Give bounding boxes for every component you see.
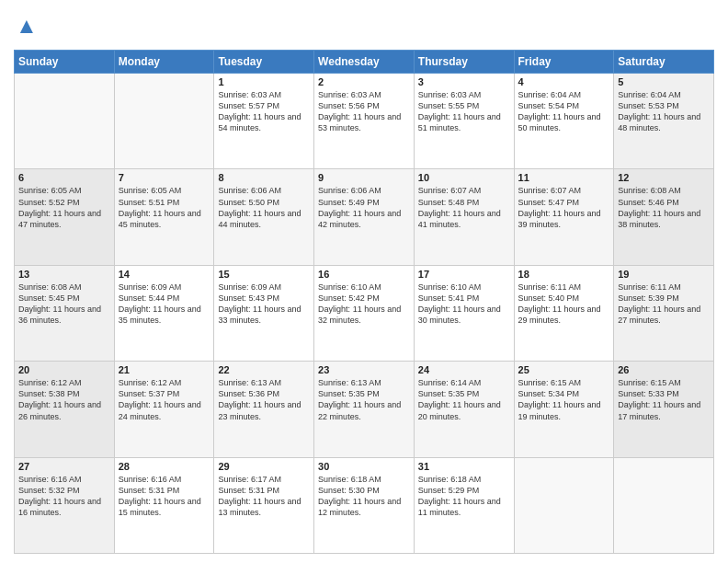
day-header-saturday: Saturday (614, 51, 714, 74)
calendar-cell (514, 457, 614, 553)
day-info: Sunrise: 6:10 AM Sunset: 5:41 PM Dayligh… (418, 282, 510, 327)
calendar-cell: 14Sunrise: 6:09 AM Sunset: 5:44 PM Dayli… (114, 265, 214, 361)
day-info: Sunrise: 6:11 AM Sunset: 5:40 PM Dayligh… (518, 282, 610, 327)
logo-icon: ▲ (14, 9, 47, 42)
calendar-cell: 13Sunrise: 6:08 AM Sunset: 5:45 PM Dayli… (15, 265, 115, 361)
day-number: 15 (218, 269, 310, 280)
calendar-week-5: 27Sunrise: 6:16 AM Sunset: 5:32 PM Dayli… (15, 457, 714, 553)
day-header-friday: Friday (514, 51, 614, 74)
day-number: 7 (119, 172, 210, 183)
calendar-cell (15, 74, 115, 169)
calendar-cell: 3Sunrise: 6:03 AM Sunset: 5:55 PM Daylig… (414, 74, 514, 169)
calendar-cell: 20Sunrise: 6:12 AM Sunset: 5:38 PM Dayli… (15, 362, 115, 457)
svg-text:▲: ▲ (16, 13, 38, 38)
day-info: Sunrise: 6:04 AM Sunset: 5:53 PM Dayligh… (618, 89, 710, 134)
day-info: Sunrise: 6:18 AM Sunset: 5:30 PM Dayligh… (318, 474, 410, 519)
calendar-cell: 16Sunrise: 6:10 AM Sunset: 5:42 PM Dayli… (314, 265, 415, 361)
day-number: 23 (318, 364, 410, 375)
calendar-cell: 27Sunrise: 6:16 AM Sunset: 5:32 PM Dayli… (15, 457, 115, 553)
calendar-cell: 22Sunrise: 6:13 AM Sunset: 5:36 PM Dayli… (214, 362, 314, 457)
calendar-cell: 8Sunrise: 6:06 AM Sunset: 5:50 PM Daylig… (214, 169, 314, 265)
calendar-cell: 31Sunrise: 6:18 AM Sunset: 5:29 PM Dayli… (414, 457, 514, 553)
page: ▲ SundayMondayTuesdayWednesdayThursdayFr… (0, 0, 728, 563)
calendar-cell: 19Sunrise: 6:11 AM Sunset: 5:39 PM Dayli… (614, 265, 714, 361)
day-info: Sunrise: 6:09 AM Sunset: 5:44 PM Dayligh… (119, 282, 210, 327)
day-info: Sunrise: 6:07 AM Sunset: 5:48 PM Dayligh… (418, 185, 510, 230)
calendar-cell (614, 457, 714, 553)
header: ▲ (14, 9, 714, 42)
calendar-cell: 26Sunrise: 6:15 AM Sunset: 5:33 PM Dayli… (614, 362, 714, 457)
calendar-week-1: 1Sunrise: 6:03 AM Sunset: 5:57 PM Daylig… (15, 74, 714, 169)
day-header-monday: Monday (114, 51, 214, 74)
calendar-cell: 7Sunrise: 6:05 AM Sunset: 5:51 PM Daylig… (114, 169, 214, 265)
day-info: Sunrise: 6:10 AM Sunset: 5:42 PM Dayligh… (318, 282, 410, 327)
day-info: Sunrise: 6:17 AM Sunset: 5:31 PM Dayligh… (218, 474, 310, 519)
day-header-tuesday: Tuesday (214, 51, 314, 74)
day-info: Sunrise: 6:15 AM Sunset: 5:33 PM Dayligh… (618, 377, 710, 422)
day-number: 20 (18, 364, 110, 375)
day-info: Sunrise: 6:15 AM Sunset: 5:34 PM Dayligh… (518, 377, 610, 422)
day-number: 4 (518, 76, 610, 87)
day-info: Sunrise: 6:06 AM Sunset: 5:49 PM Dayligh… (318, 185, 410, 230)
day-number: 16 (318, 269, 410, 280)
day-info: Sunrise: 6:13 AM Sunset: 5:36 PM Dayligh… (218, 377, 310, 422)
day-info: Sunrise: 6:04 AM Sunset: 5:54 PM Dayligh… (518, 89, 610, 134)
calendar-cell: 5Sunrise: 6:04 AM Sunset: 5:53 PM Daylig… (614, 74, 714, 169)
day-number: 3 (418, 76, 510, 87)
day-number: 31 (418, 461, 510, 472)
day-number: 5 (618, 76, 710, 87)
day-number: 28 (119, 461, 210, 472)
day-info: Sunrise: 6:08 AM Sunset: 5:46 PM Dayligh… (618, 185, 710, 230)
day-number: 26 (618, 364, 710, 375)
day-info: Sunrise: 6:13 AM Sunset: 5:35 PM Dayligh… (318, 377, 410, 422)
day-info: Sunrise: 6:18 AM Sunset: 5:29 PM Dayligh… (418, 474, 510, 519)
calendar-cell: 28Sunrise: 6:16 AM Sunset: 5:31 PM Dayli… (114, 457, 214, 553)
calendar-week-3: 13Sunrise: 6:08 AM Sunset: 5:45 PM Dayli… (15, 265, 714, 361)
day-info: Sunrise: 6:05 AM Sunset: 5:51 PM Dayligh… (119, 185, 210, 230)
day-info: Sunrise: 6:14 AM Sunset: 5:35 PM Dayligh… (418, 377, 510, 422)
calendar-cell: 18Sunrise: 6:11 AM Sunset: 5:40 PM Dayli… (514, 265, 614, 361)
day-number: 12 (618, 172, 710, 183)
calendar-header-row: SundayMondayTuesdayWednesdayThursdayFrid… (15, 51, 714, 74)
logo: ▲ (14, 9, 51, 42)
day-info: Sunrise: 6:09 AM Sunset: 5:43 PM Dayligh… (218, 282, 310, 327)
day-number: 10 (418, 172, 510, 183)
day-number: 25 (518, 364, 610, 375)
day-info: Sunrise: 6:03 AM Sunset: 5:55 PM Dayligh… (418, 89, 510, 134)
day-number: 9 (318, 172, 410, 183)
day-number: 24 (418, 364, 510, 375)
day-header-sunday: Sunday (15, 51, 115, 74)
calendar-cell: 6Sunrise: 6:05 AM Sunset: 5:52 PM Daylig… (15, 169, 115, 265)
day-number: 29 (218, 461, 310, 472)
day-number: 17 (418, 269, 510, 280)
day-info: Sunrise: 6:06 AM Sunset: 5:50 PM Dayligh… (218, 185, 310, 230)
calendar-cell: 25Sunrise: 6:15 AM Sunset: 5:34 PM Dayli… (514, 362, 614, 457)
calendar-cell: 30Sunrise: 6:18 AM Sunset: 5:30 PM Dayli… (314, 457, 415, 553)
calendar-cell: 2Sunrise: 6:03 AM Sunset: 5:56 PM Daylig… (314, 74, 415, 169)
calendar-cell: 15Sunrise: 6:09 AM Sunset: 5:43 PM Dayli… (214, 265, 314, 361)
calendar-cell: 23Sunrise: 6:13 AM Sunset: 5:35 PM Dayli… (314, 362, 415, 457)
calendar-cell: 11Sunrise: 6:07 AM Sunset: 5:47 PM Dayli… (514, 169, 614, 265)
day-number: 19 (618, 269, 710, 280)
day-number: 11 (518, 172, 610, 183)
calendar-cell: 10Sunrise: 6:07 AM Sunset: 5:48 PM Dayli… (414, 169, 514, 265)
calendar-cell: 17Sunrise: 6:10 AM Sunset: 5:41 PM Dayli… (414, 265, 514, 361)
calendar-cell: 9Sunrise: 6:06 AM Sunset: 5:49 PM Daylig… (314, 169, 415, 265)
day-info: Sunrise: 6:03 AM Sunset: 5:57 PM Dayligh… (218, 89, 310, 134)
day-info: Sunrise: 6:08 AM Sunset: 5:45 PM Dayligh… (18, 282, 110, 327)
day-info: Sunrise: 6:05 AM Sunset: 5:52 PM Dayligh… (18, 185, 110, 230)
day-info: Sunrise: 6:11 AM Sunset: 5:39 PM Dayligh… (618, 282, 710, 327)
day-number: 1 (218, 76, 310, 87)
day-info: Sunrise: 6:16 AM Sunset: 5:32 PM Dayligh… (18, 474, 110, 519)
day-number: 2 (318, 76, 410, 87)
day-number: 21 (119, 364, 210, 375)
day-number: 8 (218, 172, 310, 183)
calendar-cell (114, 74, 214, 169)
day-info: Sunrise: 6:03 AM Sunset: 5:56 PM Dayligh… (318, 89, 410, 134)
day-info: Sunrise: 6:12 AM Sunset: 5:38 PM Dayligh… (18, 377, 110, 422)
calendar-week-4: 20Sunrise: 6:12 AM Sunset: 5:38 PM Dayli… (15, 362, 714, 457)
day-number: 18 (518, 269, 610, 280)
day-info: Sunrise: 6:12 AM Sunset: 5:37 PM Dayligh… (119, 377, 210, 422)
calendar-cell: 4Sunrise: 6:04 AM Sunset: 5:54 PM Daylig… (514, 74, 614, 169)
day-info: Sunrise: 6:07 AM Sunset: 5:47 PM Dayligh… (518, 185, 610, 230)
